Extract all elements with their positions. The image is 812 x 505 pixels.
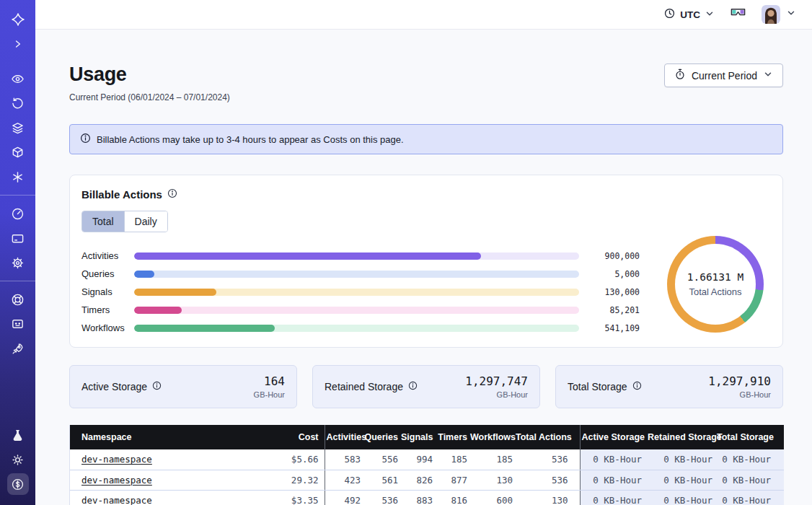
col-activities: Activities — [325, 425, 362, 449]
cell-cost: $3.35 — [250, 490, 325, 505]
retained-storage-card: Retained Storage 1,297,747 GB-Hour — [312, 365, 540, 408]
namespace-usage-table: Namespace Cost Activities Queries Signal… — [69, 425, 783, 505]
timezone-selector[interactable]: UTC — [663, 7, 715, 22]
total-storage-unit: GB-Hour — [708, 390, 771, 399]
namespace-link[interactable]: dev-namespace — [81, 454, 152, 465]
theme-sun-icon[interactable] — [6, 449, 30, 470]
usage-gauge-icon[interactable] — [6, 203, 30, 224]
tab-total[interactable]: Total — [82, 211, 124, 232]
clock-icon — [663, 7, 676, 22]
cell-total-storage: 0 KB-Hour — [715, 449, 784, 470]
settings-gear-icon[interactable] — [6, 252, 30, 273]
info-icon[interactable] — [152, 381, 162, 392]
col-active-storage: Active Storage — [580, 425, 646, 449]
bar-fill — [134, 271, 154, 278]
info-icon[interactable] — [632, 381, 642, 392]
cell-signals: 826 — [400, 470, 434, 490]
cell-retained-storage: 0 KB-Hour — [646, 470, 715, 490]
layers-icon[interactable] — [6, 117, 30, 139]
cell-signals: 994 — [400, 449, 434, 470]
table-header-row: Namespace Cost Activities Queries Signal… — [70, 425, 784, 449]
bar-track — [134, 325, 579, 332]
retained-storage-value: 1,297,747 — [465, 374, 528, 388]
info-banner: Billable Actions may take up to 3-4 hour… — [69, 124, 783, 154]
temporal-logo[interactable] — [6, 9, 30, 30]
cell-active-storage: 0 KB-Hour — [580, 449, 646, 470]
cell-workflows: 185 — [469, 449, 514, 470]
storage-summary-row: Active Storage 164 GB-Hour Retained Stor… — [69, 365, 783, 408]
donut-total-value: 1.66131 M — [687, 271, 744, 283]
bar-label: Workflows — [81, 322, 134, 333]
cell-total-actions: 536 — [514, 449, 580, 470]
chevron-down-icon — [763, 69, 773, 82]
page-title: Usage — [69, 63, 230, 86]
sidebar-divider — [0, 281, 35, 281]
user-avatar — [762, 5, 780, 24]
asterisk-icon[interactable] — [6, 166, 30, 188]
sidebar — [0, 0, 35, 505]
bar-fill — [134, 252, 481, 260]
rocket-icon[interactable] — [6, 338, 30, 359]
page-subtitle: Current Period (06/01/2024 – 07/01/2024) — [69, 92, 230, 102]
active-storage-unit: GB-Hour — [254, 390, 285, 399]
billing-card-icon[interactable] — [6, 227, 30, 249]
period-button-label: Current Period — [692, 70, 757, 82]
total-actions-donut: 1.66131 M Total Actions — [667, 236, 764, 333]
cell-total-actions: 130 — [514, 490, 580, 505]
bar-track — [134, 289, 579, 296]
feedback-monitor-icon[interactable] — [6, 313, 30, 335]
timezone-label: UTC — [680, 9, 700, 20]
cell-retained-storage: 0 KB-Hour — [646, 449, 715, 470]
table-row: dev-namespace $5.66 583 556 994 185 185 … — [70, 449, 784, 470]
cell-total-storage: 0 KB-Hour — [715, 490, 784, 505]
page-content: Usage Current Period (06/01/2024 – 07/01… — [35, 30, 812, 505]
pricing-dollar-icon[interactable] — [7, 473, 29, 495]
cell-queries: 556 — [362, 449, 400, 470]
bar-row-queries: Queries 5,000 — [81, 265, 640, 283]
cell-signals: 883 — [400, 490, 434, 505]
account-menu[interactable] — [762, 5, 796, 24]
namespace-link[interactable]: dev-namespace — [81, 495, 152, 505]
history-icon[interactable] — [6, 92, 30, 114]
tab-daily[interactable]: Daily — [124, 211, 167, 232]
bar-track — [134, 307, 579, 314]
cell-cost: 29.32 — [250, 470, 325, 490]
namespace-link[interactable]: dev-namespace — [81, 475, 152, 486]
billable-actions-bar-chart: Activities 900,000 Queries 5,000 Signals… — [81, 247, 640, 337]
col-workflows: Workflows — [469, 425, 514, 449]
table-row: dev-namespace $3.35 492 536 883 816 600 … — [70, 490, 784, 505]
table-row: dev-namespace 29.32 423 561 826 877 130 … — [70, 470, 784, 490]
chevron-down-icon — [705, 9, 715, 21]
col-total-storage: Total Storage — [715, 425, 784, 449]
bar-row-timers: Timers 85,201 — [81, 301, 640, 319]
cell-total-actions: 536 — [514, 470, 580, 490]
cube-icon[interactable] — [6, 141, 30, 163]
info-icon[interactable] — [408, 381, 418, 392]
bar-fill — [134, 325, 275, 332]
stopwatch-icon — [674, 69, 686, 82]
cell-activities: 423 — [325, 470, 362, 490]
lab-flask-icon[interactable] — [6, 424, 30, 446]
bar-row-signals: Signals 130,000 — [81, 283, 640, 301]
sidebar-collapse-chevron-icon[interactable] — [6, 33, 30, 55]
main-area: UTC Usage Current Period (06/01/2024 – 0… — [35, 0, 812, 505]
cell-activities: 492 — [325, 490, 362, 505]
glasses-icon[interactable] — [731, 8, 746, 22]
info-icon[interactable] — [167, 188, 177, 201]
cell-retained-storage: 0 KB-Hour — [646, 490, 715, 505]
eye-icon[interactable] — [6, 68, 30, 89]
bar-label: Signals — [81, 286, 134, 297]
support-lifebuoy-icon[interactable] — [6, 289, 30, 310]
cell-queries: 536 — [362, 490, 400, 505]
info-icon — [80, 133, 91, 146]
chevron-down-icon — [786, 8, 796, 21]
retained-storage-label: Retained Storage — [325, 381, 403, 392]
active-storage-card: Active Storage 164 GB-Hour — [69, 365, 297, 408]
bar-row-activities: Activities 900,000 — [81, 247, 640, 265]
bar-value: 130,000 — [591, 287, 640, 297]
cell-timers: 816 — [434, 490, 469, 505]
billable-actions-card: Billable Actions Total Daily Activities … — [69, 175, 783, 348]
cell-queries: 561 — [362, 470, 400, 490]
billable-actions-title: Billable Actions — [81, 188, 162, 201]
period-selector-button[interactable]: Current Period — [664, 63, 783, 87]
